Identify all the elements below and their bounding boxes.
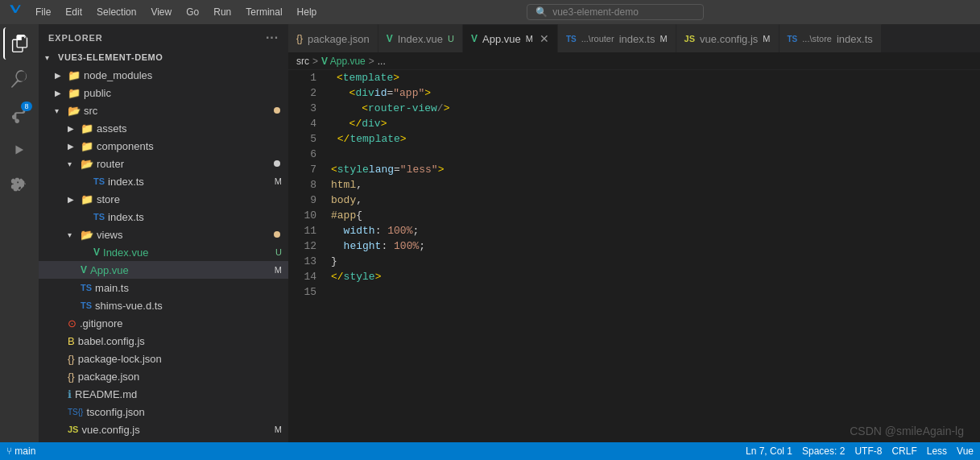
tree-root[interactable]: ▾ VUE3-ELEMENT-DEMO <box>39 48 288 66</box>
code-content[interactable]: <template> <div id="app"> <router-view/>… <box>325 70 980 442</box>
ts-file-icon: TS <box>93 212 105 222</box>
activity-search[interactable] <box>3 63 35 95</box>
tab-package-json[interactable]: {} package.json <box>288 24 378 52</box>
tree-item-label: package.json <box>78 371 288 383</box>
modified-badge: M <box>526 34 533 44</box>
arrow-icon: ▾ <box>55 106 68 115</box>
breadcrumb-sep2: > <box>369 56 374 67</box>
indentation[interactable]: Spaces: 2 <box>802 445 845 457</box>
tab-path: ...\router <box>581 34 614 44</box>
menu-file[interactable]: File <box>29 5 57 19</box>
menu-bar: File Edit Selection View Go Run Terminal… <box>29 5 323 19</box>
tab-store-index[interactable]: TS ...\store index.ts <box>779 24 882 52</box>
tab-close-button[interactable]: ✕ <box>540 32 549 45</box>
code-line-9: body, <box>331 193 964 208</box>
json-tab-icon: {} <box>296 33 303 44</box>
activity-source-control[interactable]: 8 <box>3 98 35 131</box>
code-line-8: html, <box>331 177 964 193</box>
breadcrumb: src > V App.vue > ... <box>288 52 980 70</box>
tree-package-json[interactable]: ▶ {} package.json <box>39 367 288 385</box>
menu-selection[interactable]: Selection <box>90 5 143 19</box>
menu-help[interactable]: Help <box>291 5 324 19</box>
tree-package-lock[interactable]: ▶ {} package-lock.json <box>39 350 288 367</box>
tree-shims[interactable]: ▶ TS shims-vue.d.ts <box>39 296 288 314</box>
breadcrumb-src[interactable]: src <box>296 56 309 67</box>
code-line-4: </div> <box>331 116 964 131</box>
app-logo <box>8 3 23 22</box>
ts-tab-icon: TS <box>788 35 798 44</box>
tab-vue-config[interactable]: JS vue.config.js M <box>676 24 779 52</box>
tree-item-label: shims-vue.d.ts <box>95 300 288 312</box>
vue-tab-icon: V <box>387 33 393 44</box>
menu-edit[interactable]: Edit <box>59 5 89 19</box>
tree-readme[interactable]: ▶ ℹ README.md <box>39 385 288 403</box>
breadcrumb-app-vue[interactable]: V App.vue <box>321 56 366 67</box>
tab-router-index[interactable]: TS ...\router index.ts M <box>558 24 676 52</box>
source-control-badge: 8 <box>21 102 32 111</box>
tree-item-label: Index.vue <box>103 247 275 259</box>
tab-label: package.json <box>308 33 370 45</box>
activity-bar: 8 <box>0 24 39 442</box>
file-tree: ▾ VUE3-ELEMENT-DEMO ▶ 📁 node_modules ▶ 📁… <box>39 48 288 442</box>
json-file-icon: {} <box>68 371 75 383</box>
file-type[interactable]: Vue <box>957 445 974 457</box>
tree-src[interactable]: ▾ 📂 src <box>39 102 288 119</box>
tree-babel[interactable]: ▶ B babel.config.js <box>39 332 288 350</box>
tree-index-vue[interactable]: ▶ V Index.vue U <box>39 243 288 261</box>
code-line-13: } <box>331 254 964 269</box>
tree-router[interactable]: ▾ 📂 router <box>39 155 288 172</box>
menu-terminal[interactable]: Terminal <box>239 5 288 19</box>
tree-item-label: node_modules <box>84 69 288 81</box>
code-line-11: width: 100%; <box>331 223 964 238</box>
title-search[interactable]: 🔍 vue3-element-demo <box>527 4 704 20</box>
tsconfig-file-icon: TS{} <box>68 408 83 416</box>
folder-icon: 📁 <box>68 69 81 81</box>
sidebar-more-button[interactable]: ··· <box>266 31 279 45</box>
activity-run[interactable] <box>3 134 35 166</box>
tree-store[interactable]: ▶ 📁 store <box>39 190 288 208</box>
tree-tsconfig[interactable]: ▶ TS{} tsconfig.json <box>39 403 288 421</box>
breadcrumb-ellipsis[interactable]: ... <box>378 56 386 67</box>
tab-label: App.vue <box>482 33 521 45</box>
tree-components[interactable]: ▶ 📁 components <box>39 137 288 155</box>
modified-badge: M <box>660 34 667 44</box>
activity-explorer[interactable] <box>3 27 35 60</box>
tree-main-ts[interactable]: ▶ TS main.ts <box>39 279 288 296</box>
line-ending[interactable]: CRLF <box>891 445 916 457</box>
cursor-position[interactable]: Ln 7, Col 1 <box>746 445 792 457</box>
git-file-icon: ⊙ <box>68 317 76 329</box>
tree-item-label: views <box>97 229 274 241</box>
main-layout: 8 EXPLORER ··· ▾ VUE3-ELEMENT-DEMO ▶ 📁 n… <box>0 24 980 442</box>
encoding[interactable]: UTF-8 <box>854 445 882 457</box>
folder-open-icon: 📂 <box>81 229 93 241</box>
tree-public[interactable]: ▶ 📁 public <box>39 84 288 102</box>
tree-router-index[interactable]: ▶ TS index.ts M <box>39 172 288 190</box>
untracked-badge: U <box>275 247 282 257</box>
menu-run[interactable]: Run <box>207 5 238 19</box>
tree-store-index[interactable]: ▶ TS index.ts <box>39 208 288 226</box>
tree-assets[interactable]: ▶ 📁 assets <box>39 119 288 137</box>
tree-gitignore[interactable]: ▶ ⊙ .gitignore <box>39 314 288 332</box>
git-branch[interactable]: ⑂ main <box>6 445 35 457</box>
folder-icon: 📁 <box>81 193 93 205</box>
tree-views[interactable]: ▾ 📂 views <box>39 226 288 243</box>
tab-app-vue[interactable]: V App.vue M ✕ <box>463 24 558 52</box>
menu-go[interactable]: Go <box>180 5 205 19</box>
folder-open-icon: 📂 <box>81 158 93 170</box>
tree-item-label: README.md <box>75 388 288 400</box>
code-line-12: height: 100%; <box>331 238 964 254</box>
tree-node-modules[interactable]: ▶ 📁 node_modules <box>39 66 288 84</box>
arrow-icon: ▶ <box>68 142 81 151</box>
tab-index-vue[interactable]: V Index.vue U <box>378 24 463 52</box>
code-editor[interactable]: 1 2 3 4 5 6 7 8 9 10 11 12 13 14 15 <box>288 70 980 442</box>
arrow-icon: ▶ <box>68 124 81 133</box>
menu-view[interactable]: View <box>144 5 178 19</box>
tree-vue-config[interactable]: ▶ JS vue.config.js M <box>39 421 288 438</box>
language-mode[interactable]: Less <box>927 445 947 457</box>
modified-badge: M <box>275 425 282 434</box>
ts-file-icon: TS <box>81 300 92 310</box>
tree-app-vue[interactable]: ▶ V App.vue M <box>39 261 288 279</box>
activity-extensions[interactable] <box>3 169 35 201</box>
tab-path: ...\store <box>802 34 832 44</box>
arrow-icon: ▶ <box>68 195 81 204</box>
